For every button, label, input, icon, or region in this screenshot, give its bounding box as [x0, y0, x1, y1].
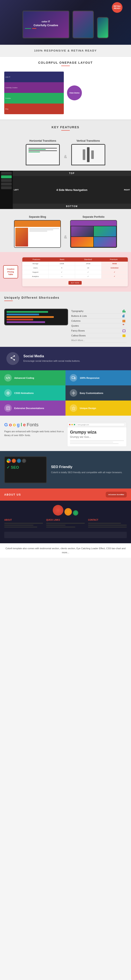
sc-item-quotes: Quotes ❝: [71, 323, 127, 328]
vertical-transitions: Vertical Transitions: [71, 139, 105, 165]
afp-col-3: Contact: [88, 519, 127, 528]
monitor-screen-text: color IT: [25, 20, 67, 23]
social-media-section: Social Media Encourage social interactio…: [0, 347, 131, 370]
nav-center-label: 4 Side Menu Navigation: [56, 188, 87, 191]
seo-title: SEO Friendly: [51, 465, 123, 469]
nav-item-5: [1, 186, 12, 189]
pricing-table: Features Basic Standard Premium Storage …: [22, 257, 128, 286]
h-line-1: [28, 148, 57, 148]
horizontal-mockup: [26, 144, 60, 165]
code-icon: [6, 376, 10, 380]
seo-mockup: ✓ SEO: [4, 457, 47, 483]
ph-col-4: Premium: [101, 258, 126, 261]
design-icon: [72, 406, 76, 410]
social-icon-container: [6, 352, 19, 365]
features-title-area: KEY FEATURES: [4, 126, 127, 135]
sm-bars: [6, 311, 66, 323]
responsive-icon: [70, 374, 77, 382]
social-title: Social Media: [24, 354, 80, 358]
css3-icon: [4, 389, 12, 397]
colorful-layout-section: color IT Colorfully Creative Portfolio B…: [0, 70, 131, 119]
colorful-title-area: COLORFUL ONEPAGE LAYOUT: [0, 57, 131, 70]
pt-cell-label-2: Users: [22, 266, 49, 270]
pt-row-2: Users 5 10 Unlimited: [22, 266, 128, 270]
svg-marker-15: [72, 407, 75, 410]
port-cell-3: [71, 237, 93, 247]
sc-bar-4: [123, 315, 123, 317]
device-phone: [97, 17, 109, 38]
share-icon: [9, 355, 16, 361]
pricing-label-text: CreativePricingTable: [7, 268, 14, 275]
gf-browser-bar: fonts.google.com: [68, 422, 126, 427]
sm-bar-row-3: [6, 316, 66, 318]
blog-portfolio-section: Separate Blog & Separate Portfo: [0, 209, 131, 252]
afp-col-2: Quick Links: [46, 519, 85, 528]
feature-card-responsive-label: 100% Responsive: [80, 377, 99, 379]
gf-address-text: fonts.google.com: [77, 424, 89, 425]
shortcodes-screen: [5, 309, 68, 325]
about-section: ABOUT US mCustom ScrollBar: [0, 488, 131, 501]
afp-circle-medium: [65, 508, 72, 515]
transitions-grid: Horizontal Transitions & Vertical Transi…: [4, 139, 127, 165]
afp-circle-large: [53, 505, 63, 515]
sc-bar-3: [125, 311, 125, 313]
seo-text-content: SEO Friendly ColorIt is totally SEO frie…: [51, 465, 123, 474]
afp-item-3-3: [88, 527, 127, 528]
gf-font-preview-1: Grumpy wiza: [70, 430, 124, 434]
social-media-icon: [9, 355, 16, 363]
ls-row-1: color IT: [4, 72, 64, 82]
vertical-label: Vertical Transitions: [71, 139, 105, 142]
pt-cell-4-1: —: [49, 274, 75, 278]
pt-row-3: Support ✓ ✓ ✓: [22, 270, 128, 274]
blog-content: [14, 227, 60, 247]
unique-design-icon: [70, 404, 77, 412]
nav-bottom-bar: BOTTOM: [13, 204, 131, 209]
devices-container: color IT Colorfully Creative: [4, 11, 127, 38]
horizontal-transitions: Horizontal Transitions: [26, 139, 60, 165]
social-description: Encourage social interaction with social…: [24, 359, 80, 363]
sc-item-more: Much More...: [71, 338, 127, 342]
feature-card-customizations: Easy Customizations: [65, 385, 131, 401]
ie-logo: [17, 459, 21, 463]
pricing-header: Features Basic Standard Premium: [22, 257, 128, 262]
nav-left-label: LEFT: [14, 189, 19, 191]
gf-dot-yellow: [71, 424, 73, 425]
layout-preview: color IT Colorfully Creative Portfolio B…: [4, 72, 127, 114]
portfolio-screen: [71, 221, 117, 247]
browser-logos: [6, 459, 44, 463]
sm-bar-blue: [6, 313, 39, 315]
sm-bar-row-1: [6, 311, 66, 313]
blog-container: Separate Blog: [14, 215, 61, 248]
afp-item-3-1: [88, 523, 121, 523]
afp-item-2-3: [46, 527, 75, 528]
nav-section: TOP LEFT RIGHT 4 Side Menu Navigation BO…: [0, 171, 131, 209]
sc-icon-quotes: ❝: [123, 324, 127, 327]
ls-text-3: Portfolio: [5, 97, 11, 99]
responsive-text: 100% RESPONSIVE & RETINA READY: [4, 49, 127, 52]
sc-label-typography: Typography: [71, 310, 84, 312]
afp-item-2-2: [46, 525, 65, 526]
view-demo-button[interactable]: View Demo: [67, 86, 82, 100]
customizations-icon: [70, 389, 77, 397]
pt-cell-2-1: 5: [49, 266, 75, 270]
nav-item-4: [1, 183, 12, 186]
quote-symbol: ❝: [123, 323, 125, 327]
vertical-screen: [72, 145, 105, 165]
pt-row-4: Analytics — ✓ ✓: [22, 274, 128, 278]
buy-now-button[interactable]: BUY NOW: [68, 281, 82, 285]
animation-icon: [6, 391, 10, 395]
gf-dot-red: [69, 424, 70, 425]
afp-hero-circles: [4, 505, 127, 515]
chrome-logo: [6, 459, 11, 463]
blog-mockup: [14, 220, 61, 248]
seo-screen: ✓ SEO: [5, 457, 46, 482]
feature-card-advanced-coding-label: Advanced Coding: [14, 377, 34, 379]
sc-item-buttons: Buttons & Lists: [71, 313, 127, 318]
port-grid: [71, 226, 117, 247]
sc-label-fancy-boxes: Fancy Boxes: [71, 329, 85, 332]
nav-center: TOP LEFT RIGHT 4 Side Menu Navigation BO…: [13, 171, 131, 209]
devices-icon: [72, 376, 76, 380]
ls-row-4: Blog: [4, 103, 64, 114]
feature-cards-section: Advanced Coding 100% Responsive CSS3 Ani…: [0, 370, 131, 416]
sm-bar-row-4: [6, 319, 66, 320]
